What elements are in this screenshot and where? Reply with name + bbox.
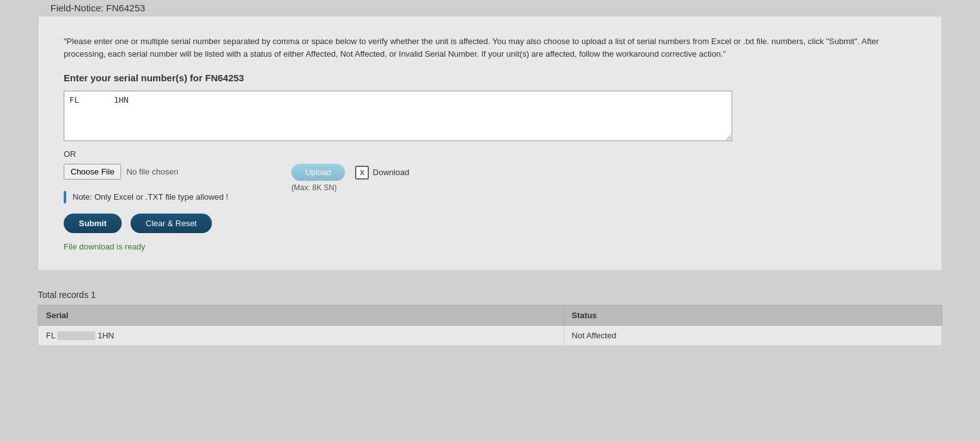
page-header: Field-Notice: FN64253 <box>0 0 980 16</box>
table-row: FL 1HN Not Affected <box>38 325 942 346</box>
results-table: Serial Status FL 1HN Not Affected <box>38 305 942 346</box>
note-text: Note: Only Excel or .TXT file type allow… <box>73 191 228 203</box>
download-label: Download <box>373 168 409 177</box>
file-upload-row: Choose File No file chosen <box>64 164 228 180</box>
cell-status: Not Affected <box>564 325 942 346</box>
file-upload-section: Choose File No file chosen Note: Only Ex… <box>64 164 916 214</box>
left-file-section: Choose File No file chosen Note: Only Ex… <box>64 164 228 214</box>
buttons-row: Submit Clear & Reset <box>64 214 916 233</box>
submit-button[interactable]: Submit <box>64 214 122 233</box>
choose-file-button[interactable]: Choose File <box>64 164 121 180</box>
table-body: FL 1HN Not Affected <box>38 325 942 346</box>
or-label: OR <box>64 149 916 159</box>
column-header-status: Status <box>564 305 942 325</box>
description-text: "Please enter one or multiple serial num… <box>64 35 916 60</box>
upload-button[interactable]: Upload <box>291 164 345 181</box>
clear-reset-button[interactable]: Clear & Reset <box>131 214 212 233</box>
table-header: Serial Status <box>38 305 942 325</box>
right-upload-section: Upload X Download (Max: 8K SN) <box>266 164 409 192</box>
column-header-serial: Serial <box>38 305 564 325</box>
no-file-label: No file chosen <box>126 167 178 176</box>
form-title: Enter your serial number(s) for FN64253 <box>64 72 916 83</box>
cell-serial: FL 1HN <box>38 325 564 346</box>
main-card: "Please enter one or multiple serial num… <box>38 16 942 271</box>
total-records-label: Total records 1 <box>38 290 942 300</box>
redacted-serial <box>57 331 95 340</box>
max-sn-label: (Max: 8K SN) <box>291 183 409 192</box>
excel-icon: X <box>355 166 369 180</box>
bottom-section: Total records 1 Serial Status FL 1HN Not… <box>0 284 980 346</box>
note-bar <box>64 191 66 203</box>
file-ready-text: File download is ready <box>64 242 916 251</box>
page-wrapper: Field-Notice: FN64253 "Please enter one … <box>0 0 980 441</box>
serial-number-input[interactable]: FL 1HN <box>64 91 732 141</box>
note-row: Note: Only Excel or .TXT file type allow… <box>64 191 228 203</box>
download-area[interactable]: X Download <box>355 166 409 180</box>
upload-download-section: Upload X Download <box>291 164 409 181</box>
page-title: Field-Notice: FN64253 <box>50 3 145 13</box>
